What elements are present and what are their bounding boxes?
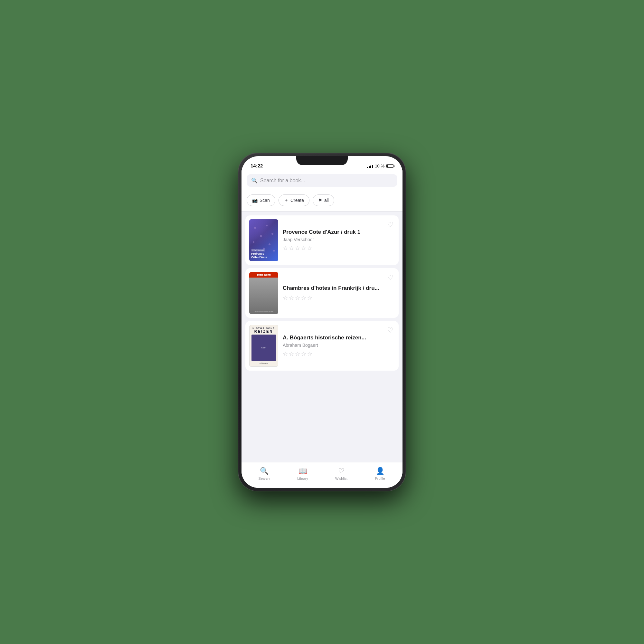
book-title-1: Provence Cote d'Azur / druk 1 <box>283 229 395 236</box>
book-cover-bottom-2 <box>249 278 278 314</box>
book-cover-1: ANWB Navigator ProvenceCôte d'Azur <box>249 219 278 261</box>
search-icon: 🔍 <box>251 177 258 184</box>
book-cover-2: trotterFrankrijk <box>249 272 278 314</box>
create-button[interactable]: ＋ Create <box>279 194 309 206</box>
signal-icon <box>367 164 373 168</box>
battery-fill <box>387 165 388 167</box>
book-cover-asia-text: ASIA <box>260 346 267 350</box>
stars-1: ☆ ☆ ☆ ☆ ☆ <box>283 245 395 252</box>
flag-icon: ⚑ <box>318 198 322 203</box>
heart-button-1[interactable]: ♡ <box>387 221 393 229</box>
status-icons: 10 % <box>367 164 393 168</box>
book-cover-title-area-3: Historische REIZEN <box>251 327 276 333</box>
book-author-3: Abraham Bogaert <box>283 343 395 348</box>
heart-button-2[interactable]: ♡ <box>387 273 393 282</box>
star-2-3[interactable]: ☆ <box>295 294 300 301</box>
signal-bar-1 <box>367 167 368 168</box>
filter-label: all <box>324 198 329 203</box>
stars-3: ☆ ☆ ☆ ☆ ☆ <box>283 350 395 357</box>
book-cover-3: Historische REIZEN ASIA A. Bógaerts <box>249 325 278 367</box>
action-buttons: 📷 Scan ＋ Create ⚑ all <box>241 192 403 212</box>
star-3-3[interactable]: ☆ <box>295 350 300 357</box>
phone-device: 14:22 10 % 🔍 Search for a <box>238 153 406 491</box>
nav-wishlist-label: Wishlist <box>335 477 347 480</box>
scan-label: Scan <box>260 198 270 203</box>
book-title-3: A. Bógaerts historische reizen... <box>283 334 395 341</box>
book-title-2: Chambres d'hotes in Frankrijk / dru... <box>283 285 395 292</box>
book-badge: ANWB Navigator <box>251 249 265 251</box>
notch <box>296 156 348 165</box>
star-3-4[interactable]: ☆ <box>301 350 306 357</box>
battery-text: 10 % <box>375 164 384 168</box>
star-2-2[interactable]: ☆ <box>289 294 294 301</box>
nav-profile-label: Profile <box>375 477 385 480</box>
book-cover-subtitle-3: A. Bógaerts <box>251 362 276 365</box>
signal-bar-4 <box>372 165 373 168</box>
phone-screen: 14:22 10 % 🔍 Search for a <box>241 156 403 488</box>
scroll-content[interactable]: 🔍 Search for a book... 📷 Scan ＋ Create ⚑… <box>241 170 403 462</box>
status-time: 14:22 <box>251 163 263 168</box>
star-3-5[interactable]: ☆ <box>307 350 312 357</box>
book-card-1[interactable]: ANWB Navigator ProvenceCôte d'Azur Prove… <box>245 215 399 265</box>
book-info-2: Chambres d'hotes in Frankrijk / dru... ☆… <box>283 285 395 301</box>
book-cover-purple-box: ASIA <box>251 335 276 361</box>
nav-search[interactable]: 🔍 Search <box>245 467 283 480</box>
star-1-3[interactable]: ☆ <box>295 245 300 252</box>
search-bar-container[interactable]: 🔍 Search for a book... <box>247 174 397 187</box>
nav-library[interactable]: 📖 Library <box>283 467 322 480</box>
star-2-1[interactable]: ☆ <box>283 294 288 301</box>
book-cover-brand-2: trotterFrankrijk <box>257 273 270 276</box>
scan-button[interactable]: 📷 Scan <box>247 194 275 206</box>
search-input-placeholder: Search for a book... <box>260 178 305 184</box>
signal-bar-2 <box>369 166 370 168</box>
stars-2: ☆ ☆ ☆ ☆ ☆ <box>283 294 395 301</box>
search-section: 🔍 Search for a book... <box>241 170 403 192</box>
signal-bar-3 <box>370 166 371 168</box>
book-cover-top-2: trotterFrankrijk <box>249 272 278 278</box>
nav-search-label: Search <box>259 477 270 480</box>
star-3-2[interactable]: ☆ <box>289 350 294 357</box>
book-card-3[interactable]: Historische REIZEN ASIA A. Bógaerts A. B… <box>245 321 399 371</box>
nav-library-label: Library <box>297 477 308 480</box>
book-info-3: A. Bógaerts historische reizen... Abraha… <box>283 334 395 357</box>
book-cover-title: ProvenceCôte d'Azur <box>251 252 276 259</box>
star-2-4[interactable]: ☆ <box>301 294 306 301</box>
battery-icon <box>386 164 393 168</box>
book-info-1: Provence Cote d'Azur / druk 1 Jaap Versc… <box>283 229 395 252</box>
bottom-nav: 🔍 Search 📖 Library ♡ Wishlist 👤 Profile <box>241 462 403 488</box>
plus-icon: ＋ <box>284 197 289 203</box>
nav-profile-icon: 👤 <box>376 467 384 475</box>
star-1-1[interactable]: ☆ <box>283 245 288 252</box>
star-3-1[interactable]: ☆ <box>283 350 288 357</box>
camera-icon: 📷 <box>252 198 258 203</box>
star-1-4[interactable]: ☆ <box>301 245 306 252</box>
create-label: Create <box>290 198 304 203</box>
books-list: ANWB Navigator ProvenceCôte d'Azur Prove… <box>241 212 403 374</box>
nav-profile[interactable]: 👤 Profile <box>361 467 399 480</box>
star-2-5[interactable]: ☆ <box>307 294 312 301</box>
nav-search-icon: 🔍 <box>260 467 269 475</box>
book-cover-text-1: ANWB Navigator ProvenceCôte d'Azur <box>251 246 276 259</box>
nav-wishlist-icon: ♡ <box>338 467 345 475</box>
book-cover-main-title: Historische <box>251 327 276 329</box>
nav-library-icon: 📖 <box>298 467 307 475</box>
heart-button-3[interactable]: ♡ <box>387 326 393 335</box>
book-cover-sub-title: REIZEN <box>251 329 276 333</box>
book-card-2[interactable]: trotterFrankrijk Chambres d'hotes in Fra… <box>245 268 399 318</box>
filter-button[interactable]: ⚑ all <box>313 194 334 206</box>
star-1-2[interactable]: ☆ <box>289 245 294 252</box>
star-1-5[interactable]: ☆ <box>307 245 312 252</box>
nav-wishlist[interactable]: ♡ Wishlist <box>322 467 361 480</box>
book-author-1: Jaap Verschoor <box>283 237 395 242</box>
